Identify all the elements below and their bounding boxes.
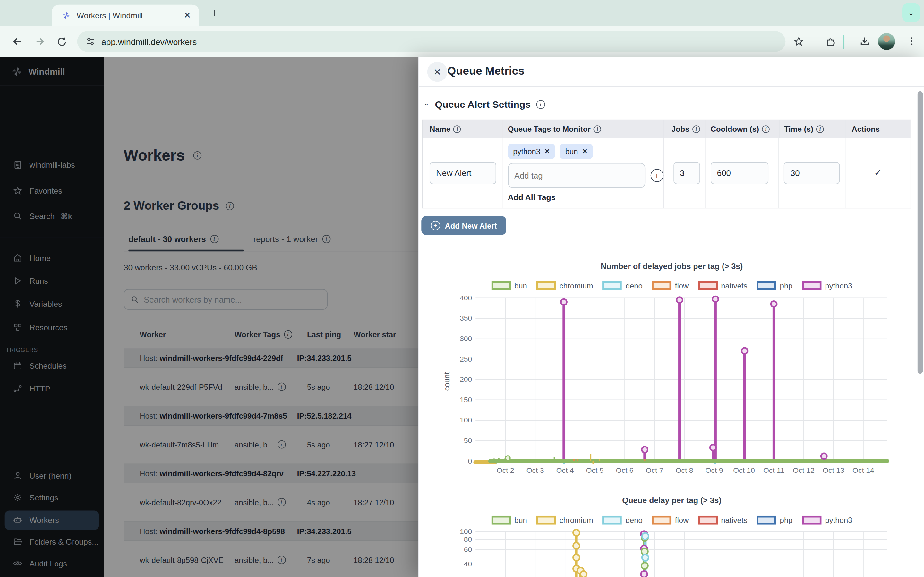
legend-swatch — [802, 516, 822, 525]
chart2-legend: bunchromiumdenoflownativetsphppython3 — [425, 516, 919, 525]
svg-text:count: count — [443, 372, 451, 391]
svg-text:350: 350 — [460, 314, 472, 322]
forward-icon[interactable] — [29, 31, 49, 51]
back-icon[interactable] — [7, 31, 27, 51]
chart1-title: Number of delayed jobs per tag (> 3s) — [419, 262, 924, 271]
legend-label: nativets — [721, 282, 747, 290]
tab-search-chevron-icon[interactable]: ⌄ — [902, 3, 920, 23]
legend-item-bun[interactable]: bun — [491, 282, 527, 290]
add-tag-input[interactable] — [508, 163, 645, 188]
time-input[interactable] — [784, 161, 840, 184]
remove-tag-icon[interactable]: ✕ — [582, 147, 588, 155]
legend-swatch — [757, 516, 776, 525]
legend-swatch — [652, 516, 672, 525]
col-cooldown: Cooldown (s) — [711, 124, 759, 133]
legend-item-chromium[interactable]: chromium — [536, 516, 593, 525]
legend-item-deno[interactable]: deno — [603, 516, 643, 525]
legend-label: php — [780, 516, 793, 525]
svg-text:Oct 5: Oct 5 — [586, 466, 604, 474]
legend-swatch — [603, 516, 622, 525]
col-time: Time (s) — [784, 124, 813, 133]
legend-label: python3 — [825, 516, 852, 525]
windmill-favicon — [61, 11, 71, 20]
extensions-icon[interactable] — [821, 31, 840, 51]
new-tab-button[interactable]: + — [208, 6, 222, 20]
legend-item-deno[interactable]: deno — [603, 282, 643, 290]
chart2-title: Queue delay per tag (> 3s) — [419, 496, 924, 505]
alert-name-input[interactable] — [430, 161, 496, 184]
legend-label: flow — [675, 516, 688, 525]
drawer-title: Queue Metrics — [447, 65, 524, 77]
jobs-input[interactable] — [674, 161, 700, 184]
svg-text:150: 150 — [460, 396, 472, 404]
drawer-scrollbar[interactable] — [918, 91, 923, 374]
legend-label: chromium — [559, 516, 593, 525]
svg-text:Oct 14: Oct 14 — [853, 466, 874, 474]
legend-item-nativets[interactable]: nativets — [698, 282, 748, 290]
svg-text:Oct 3: Oct 3 — [527, 466, 544, 474]
confirm-check-icon[interactable]: ✓ — [874, 167, 882, 179]
info-icon[interactable]: i — [536, 100, 545, 109]
legend-swatch — [698, 516, 718, 525]
drawer-backdrop[interactable] — [0, 57, 418, 577]
queue-metrics-drawer: ✕ Queue Metrics ⌄ Queue Alert Settingsi … — [418, 57, 924, 577]
legend-swatch — [536, 516, 556, 525]
alert-settings-table: Namei Queue Tags to Monitori Jobsi Coold… — [422, 119, 911, 208]
col-jobs: Jobs — [672, 124, 690, 133]
svg-text:40: 40 — [464, 560, 472, 568]
legend-item-chromium[interactable]: chromium — [536, 282, 593, 290]
legend-item-php[interactable]: php — [757, 282, 792, 290]
browser-tab[interactable]: Workers | Windmill ✕ — [52, 5, 199, 26]
add-new-alert-button[interactable]: +Add New Alert — [421, 216, 506, 235]
legend-swatch — [603, 282, 622, 290]
add-all-tags-link[interactable]: Add All Tags — [508, 193, 664, 202]
svg-text:Oct 2: Oct 2 — [497, 466, 514, 474]
browser-window: Workers | Windmill ✕ + ⌄ app.windmill.de… — [0, 0, 924, 577]
legend-item-python3[interactable]: python3 — [802, 516, 853, 525]
legend-label: deno — [626, 282, 643, 290]
chart1-legend: bunchromiumdenoflownativetsphppython3 — [425, 282, 919, 290]
legend-swatch — [491, 282, 511, 290]
reload-icon[interactable] — [52, 31, 72, 51]
browser-menu-icon[interactable] — [901, 31, 921, 51]
svg-text:Oct 7: Oct 7 — [646, 466, 664, 474]
remove-tag-icon[interactable]: ✕ — [544, 147, 550, 155]
svg-text:Oct 12: Oct 12 — [793, 466, 814, 474]
legend-item-flow[interactable]: flow — [652, 516, 688, 525]
svg-text:Oct 11: Oct 11 — [763, 466, 784, 474]
profile-avatar[interactable] — [878, 33, 895, 50]
legend-item-bun[interactable]: bun — [491, 516, 527, 525]
svg-text:Oct 4: Oct 4 — [556, 466, 574, 474]
alert-table-header: Namei Queue Tags to Monitori Jobsi Coold… — [423, 120, 911, 138]
svg-text:50: 50 — [464, 436, 472, 445]
legend-swatch — [802, 282, 822, 290]
close-icon[interactable]: ✕ — [427, 62, 447, 82]
add-tag-icon[interactable]: + — [650, 169, 663, 182]
legend-item-flow[interactable]: flow — [652, 282, 688, 290]
legend-swatch — [652, 282, 672, 290]
tag-chip-bun: bun✕ — [560, 143, 593, 159]
legend-label: bun — [514, 516, 527, 525]
legend-item-nativets[interactable]: nativets — [698, 516, 748, 525]
bookmark-star-icon[interactable] — [788, 31, 809, 51]
tab-close-icon[interactable]: ✕ — [182, 9, 194, 21]
alert-row: python3✕ bun✕ + Add All Tags — [423, 138, 911, 208]
drawer-divider — [419, 86, 924, 87]
tag-chip-python3: python3✕ — [508, 143, 556, 159]
legend-item-python3[interactable]: python3 — [802, 282, 853, 290]
svg-text:250: 250 — [460, 355, 472, 363]
svg-text:Oct 13: Oct 13 — [822, 466, 845, 474]
col-queue-tags: Queue Tags to Monitor — [508, 124, 591, 133]
downloads-icon[interactable] — [855, 31, 874, 51]
url-bar[interactable]: app.windmill.dev/workers — [78, 31, 786, 52]
svg-text:80: 80 — [464, 535, 472, 543]
cooldown-input[interactable] — [711, 161, 768, 184]
chevron-down-icon[interactable]: ⌄ — [423, 98, 430, 107]
delayed-jobs-chart: 050100150200250300350400Oct 2Oct 3Oct 4O… — [439, 293, 891, 477]
legend-label: python3 — [825, 282, 852, 290]
site-settings-icon[interactable] — [86, 37, 95, 47]
legend-item-php[interactable]: php — [757, 516, 792, 525]
svg-text:0: 0 — [468, 457, 472, 465]
url-text: app.windmill.dev/workers — [102, 37, 197, 46]
legend-label: nativets — [721, 516, 747, 525]
